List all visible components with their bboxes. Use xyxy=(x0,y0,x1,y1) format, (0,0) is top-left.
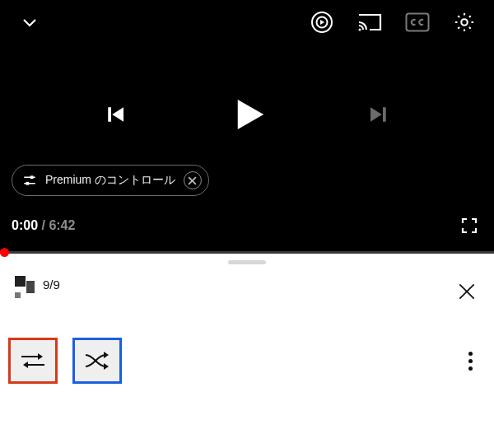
skip-next-icon xyxy=(366,102,391,127)
time-duration: 6:42 xyxy=(49,218,75,232)
repeat-icon xyxy=(18,348,48,373)
transport-controls xyxy=(0,89,494,140)
captions-button[interactable] xyxy=(402,9,433,35)
dismiss-chip-button[interactable] xyxy=(184,171,202,189)
fullscreen-button[interactable] xyxy=(456,212,482,239)
close-icon xyxy=(188,176,197,185)
captions-icon xyxy=(405,12,430,32)
more-options-button[interactable] xyxy=(462,345,479,377)
player-topbar xyxy=(0,0,494,44)
play-icon xyxy=(225,92,269,137)
kebab-dot xyxy=(468,366,473,371)
playlist-header: 9/9 xyxy=(0,264,494,310)
close-sheet-button[interactable] xyxy=(451,276,482,310)
svg-rect-3 xyxy=(407,14,429,31)
gear-icon xyxy=(453,11,476,34)
collapse-player-button[interactable] xyxy=(16,9,43,35)
progress-handle[interactable] xyxy=(0,248,9,257)
svg-rect-5 xyxy=(108,107,111,122)
time-separator: / xyxy=(38,218,49,232)
playlist-sheet: 9/9 xyxy=(0,260,494,448)
svg-rect-10 xyxy=(26,182,30,185)
svg-point-4 xyxy=(461,19,467,25)
premium-controls-chip-row: Premium のコントロール xyxy=(12,165,209,196)
tune-icon xyxy=(22,173,37,188)
repeat-button[interactable] xyxy=(8,338,58,384)
time-current: 0:00 xyxy=(12,218,38,232)
progress-bar[interactable] xyxy=(0,251,494,254)
settings-button[interactable] xyxy=(450,7,479,37)
kebab-dot xyxy=(468,359,473,363)
kebab-dot xyxy=(468,352,473,356)
svg-point-2 xyxy=(359,29,361,31)
autoplay-on-icon xyxy=(310,10,334,35)
premium-chip-label: Premium のコントロール xyxy=(45,173,175,188)
video-player: Premium のコントロール 0:00 / 6:42 xyxy=(0,0,494,254)
time-display-row: 0:00 / 6:42 xyxy=(12,212,482,239)
next-track-button[interactable] xyxy=(363,99,394,130)
svg-rect-6 xyxy=(383,107,386,122)
close-icon xyxy=(456,281,478,302)
fullscreen-icon xyxy=(459,216,479,236)
playlist-controls xyxy=(0,310,494,384)
playlist-index: 9/9 xyxy=(43,278,60,292)
cast-button[interactable] xyxy=(354,8,385,36)
chevron-down-icon xyxy=(20,12,40,32)
playlist-thumbnail xyxy=(15,276,35,296)
cast-icon xyxy=(357,12,382,33)
shuffle-icon xyxy=(82,348,112,373)
premium-controls-chip[interactable]: Premium のコントロール xyxy=(12,165,209,196)
shuffle-button[interactable] xyxy=(72,338,122,384)
previous-track-button[interactable] xyxy=(100,99,131,130)
play-button[interactable] xyxy=(221,89,273,140)
svg-rect-9 xyxy=(30,175,34,179)
skip-previous-icon xyxy=(103,102,128,127)
autoplay-toggle[interactable] xyxy=(306,7,338,38)
